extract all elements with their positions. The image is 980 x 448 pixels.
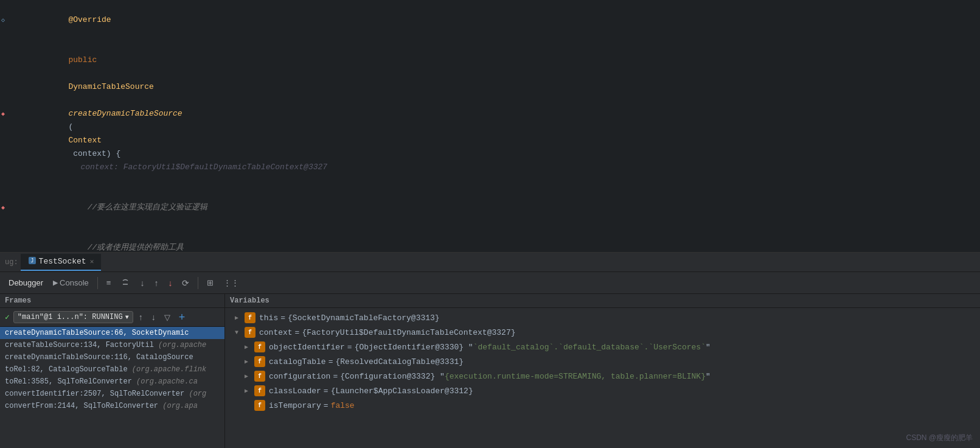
var-value-classloader: {Launcher$AppClassLoader@3312}	[331, 387, 473, 396]
debugger-tab-button[interactable]: Debugger	[5, 276, 47, 289]
var-toggle-catalogtable[interactable]: ▶	[245, 358, 254, 365]
step-out-button[interactable]: ↑	[150, 276, 162, 290]
step-over-button[interactable]	[117, 276, 134, 290]
thread-status-icon: ✓	[5, 312, 10, 322]
settings-icon: ⋮⋮	[223, 278, 239, 287]
var-item-istemporary[interactable]: f isTemporary = false	[225, 398, 980, 413]
frame-item-5[interactable]: toRel:3585, SqlToRelConverter (org.apach…	[0, 376, 224, 388]
settings-button[interactable]: ⋮⋮	[220, 276, 243, 289]
debug-tab-bar: ug: J TestSocket ✕	[0, 253, 980, 272]
var-value-objectidentifier-str: `default_catalog`.`default_database`.`Us…	[473, 343, 706, 352]
var-toggle-this[interactable]: ▶	[235, 314, 245, 321]
frame-down-button[interactable]: ↓	[148, 311, 159, 323]
frame-class-6: (org	[189, 390, 206, 398]
var-value-istemporary: false	[331, 401, 355, 410]
var-value-catalogtable: {ResolvedCatalogTable@3331}	[335, 357, 464, 366]
step-into-icon: ↓	[140, 278, 144, 288]
var-value-configuration: {Configuration@3332} "	[340, 372, 445, 381]
var-icon-catalogtable: f	[254, 356, 265, 367]
var-icon-istemporary: f	[254, 400, 265, 411]
tab-close-button[interactable]: ✕	[90, 257, 94, 265]
var-icon-configuration: f	[254, 371, 265, 382]
annotation-override: @Override	[68, 15, 111, 24]
console-tab-button[interactable]: ▶ Console	[49, 276, 92, 289]
frame-filter-button[interactable]: ▽	[161, 312, 173, 323]
line-text-3: //要么在这里实现自定义验证逻辑	[24, 187, 980, 228]
frame-text-7: convertFrom:2144, SqlToRelConverter	[5, 402, 162, 410]
debugger-panel: Debugger ▶ Console ≡ ↓ ↑ ↓ ⟳ ⊞	[0, 272, 980, 448]
step-out-icon: ↑	[154, 278, 158, 288]
thread-dropdown[interactable]: "main"@1 i...n": RUNNING ▼	[13, 311, 133, 323]
var-item-classloader[interactable]: ▶ f classLoader = {Launcher$AppClassLoad…	[225, 383, 980, 398]
restore-layout-button[interactable]: ≡	[103, 276, 115, 289]
var-toggle-classloader[interactable]: ▶	[245, 387, 254, 394]
var-name-objectidentifier: objectIdentifier	[269, 343, 345, 352]
thread-selector-row: ✓ "main"@1 i...n": RUNNING ▼ ↑ ↓ ▽ +	[0, 308, 224, 327]
var-item-this[interactable]: ▶ f this = {SocketDynamicTableFactory@33…	[225, 310, 980, 325]
breakpoint-icon-2: ◆	[1, 110, 5, 117]
var-toggle-context[interactable]: ▼	[235, 329, 245, 336]
line-text-1: @Override	[24, 0, 980, 40]
console-icon: ▶	[53, 279, 58, 287]
dropdown-chevron: ▼	[125, 314, 129, 321]
var-item-catalogtable[interactable]: ▶ f catalogTable = {ResolvedCatalogTable…	[225, 354, 980, 369]
variables-header: Variables	[225, 294, 980, 308]
line-text-4: //或者使用提供的帮助工具	[24, 228, 980, 253]
code-editor: ◇ @Override ◆ public DynamicTableSource …	[0, 0, 980, 253]
frame-add-button[interactable]: +	[176, 310, 189, 324]
var-icon-objectidentifier: f	[254, 341, 265, 352]
variables-panel: Variables ▶ f this = {SocketDynamicTable…	[225, 294, 980, 448]
frame-item-1[interactable]: createDynamicTableSource:66, SocketDynam…	[0, 327, 224, 339]
thread-label: "main"@1 i...n": RUNNING	[18, 313, 123, 321]
debug-content: Frames ✓ "main"@1 i...n": RUNNING ▼ ↑ ↓ …	[0, 294, 980, 448]
var-toggle-objectidentifier[interactable]: ▶	[245, 343, 254, 351]
frame-item-3[interactable]: createDynamicTableSource:116, CatalogSou…	[0, 351, 224, 363]
var-value-objectidentifier: {ObjectIdentifier@3330} "	[355, 343, 473, 352]
var-item-configuration[interactable]: ▶ f configuration = {Configuration@3332}…	[225, 369, 980, 383]
step-over-icon	[120, 278, 130, 288]
evaluate-button[interactable]: ⟳	[178, 276, 193, 290]
var-name-this: this	[259, 313, 278, 323]
frame-up-button[interactable]: ↑	[136, 311, 146, 323]
frame-class-4: (org.apache.flink	[132, 365, 206, 374]
step-into-button[interactable]: ↓	[136, 276, 148, 290]
toolbar-separator-1	[97, 277, 98, 289]
toolbar-separator-2	[198, 277, 198, 289]
frame-item-4[interactable]: toRel:82, CatalogSourceTable (org.apache…	[0, 363, 224, 376]
frames-panel: Frames ✓ "main"@1 i...n": RUNNING ▼ ↑ ↓ …	[0, 294, 225, 448]
evaluate-icon: ⟳	[182, 278, 189, 288]
frame-class-5: (org.apache.ca	[136, 377, 198, 386]
frame-text-3: createDynamicTableSource:116, CatalogSou…	[5, 353, 193, 362]
var-toggle-configuration[interactable]: ▶	[245, 373, 254, 380]
frame-text-1: createDynamicTableSource:66, SocketDynam…	[5, 329, 189, 337]
var-icon-context: f	[245, 327, 255, 338]
var-value-configuration-str: {execution.runtime-mode=STREAMING, table…	[445, 372, 706, 381]
code-lines: ◇ @Override ◆ public DynamicTableSource …	[0, 0, 980, 253]
frame-item-7[interactable]: convertFrom:2144, SqlToRelConverter (org…	[0, 400, 224, 412]
watermark: CSDN @瘦瘦的肥羊	[906, 433, 973, 443]
frame-text-2: createTableSource:134, FactoryUtil	[5, 341, 158, 349]
var-name-istemporary: isTemporary	[269, 401, 321, 410]
run-to-cursor-button[interactable]: ↓	[164, 276, 176, 290]
frame-list: createDynamicTableSource:66, SocketDynam…	[0, 327, 224, 448]
var-name-catalogtable: catalogTable	[269, 357, 326, 366]
var-name-configuration: configuration	[269, 372, 330, 381]
tab-prefix: ug:	[5, 258, 18, 267]
restore-icon: ≡	[106, 278, 111, 287]
var-icon-this: f	[245, 312, 255, 323]
frame-item-2[interactable]: createTableSource:134, FactoryUtil (org.…	[0, 339, 224, 351]
frame-text-5: toRel:3585, SqlToRelConverter	[5, 377, 136, 386]
var-item-context[interactable]: ▼ f context = {FactoryUtil$DefaultDynami…	[225, 325, 980, 340]
frame-item-6[interactable]: convertIdentifier:2507, SqlToRelConverte…	[0, 388, 224, 400]
tab-testsocket[interactable]: J TestSocket ✕	[21, 254, 102, 271]
var-item-objectidentifier[interactable]: ▶ f objectIdentifier = {ObjectIdentifier…	[225, 340, 980, 354]
var-name-classloader: classLoader	[269, 387, 321, 396]
var-name-context: context	[259, 328, 293, 337]
tab-icon: J	[28, 256, 36, 267]
frames-header: Frames	[0, 294, 224, 308]
show-table-button[interactable]: ⊞	[203, 276, 217, 289]
svg-text:J: J	[30, 258, 33, 264]
frame-text-4: toRel:82, CatalogSourceTable	[5, 365, 132, 374]
code-line-2: ◆ public DynamicTableSource createDynami…	[0, 40, 980, 187]
frame-class-7: (org.apa	[162, 402, 198, 410]
